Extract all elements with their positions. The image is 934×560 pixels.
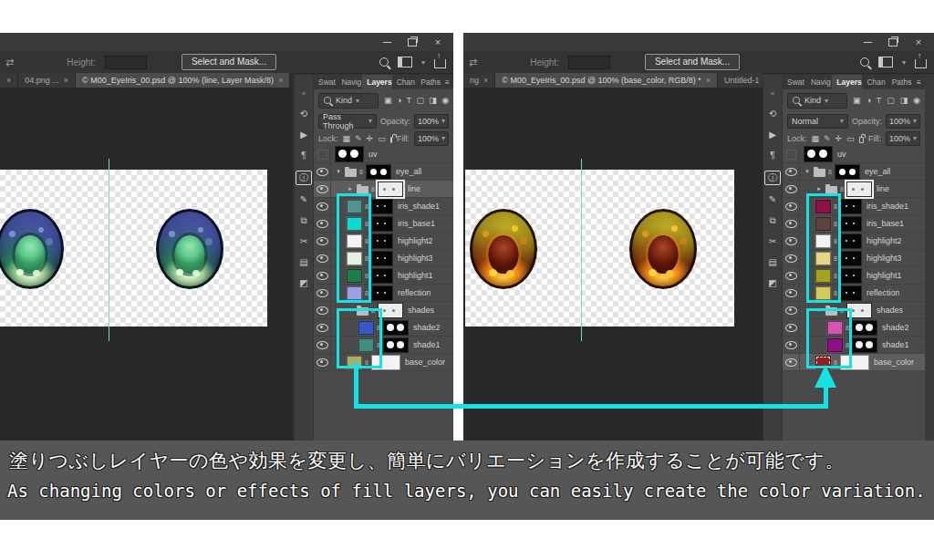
filter-type-icon[interactable]: T	[407, 96, 412, 105]
visibility-toggle[interactable]	[783, 250, 800, 266]
dock-clone-source-icon[interactable]: ⧉	[765, 214, 780, 227]
lock-transparency-icon[interactable]: ▦	[343, 134, 351, 143]
canvas-area[interactable]	[463, 88, 763, 441]
height-input[interactable]	[105, 56, 147, 69]
filter-kind-select[interactable]: Kind ▾	[318, 93, 379, 109]
visibility-toggle[interactable]	[783, 163, 800, 180]
tab-channels[interactable]: Chan	[862, 75, 887, 89]
layer-row-line[interactable]: ▸8line	[783, 181, 925, 198]
minimize-button[interactable]	[380, 36, 393, 48]
tab-swatches[interactable]: Swat	[783, 75, 806, 89]
share-icon[interactable]	[434, 59, 446, 68]
layer-row-shade1[interactable]: 8shade1	[783, 337, 925, 354]
tab-paths[interactable]: Paths	[887, 75, 913, 89]
filter-adjustment-icon[interactable]: ◑	[397, 96, 401, 105]
dock-brush-settings-icon[interactable]: ✎	[296, 193, 311, 206]
document-tab-untitled[interactable]: Untitled-1	[718, 73, 763, 88]
lock-position-icon[interactable]: ✛	[835, 134, 843, 143]
document-tab-active[interactable]: © M00_EyeIris_00.psd @ 100% (base_color,…	[495, 73, 718, 88]
title-bar[interactable]: ×	[0, 33, 453, 51]
layer-row-eye_all[interactable]: ▾8eye_all	[314, 163, 453, 181]
search-icon[interactable]	[860, 57, 869, 67]
visibility-toggle[interactable]	[783, 215, 800, 232]
layer-row-base_color[interactable]: 8base_color	[783, 354, 925, 371]
lock-artboard-icon[interactable]: ▭	[378, 134, 386, 143]
height-input[interactable]	[568, 56, 610, 69]
visibility-toggle[interactable]	[314, 302, 331, 318]
tab-close-icon[interactable]: ×	[483, 76, 488, 85]
tab-navigator[interactable]: Navig	[337, 75, 362, 89]
visibility-toggle[interactable]	[314, 319, 331, 336]
visibility-toggle[interactable]	[783, 337, 800, 353]
filter-adjustment-icon[interactable]: ◑	[866, 96, 870, 105]
dock-character-icon[interactable]: ¶	[296, 150, 311, 162]
visibility-toggle[interactable]	[783, 319, 800, 336]
filter-shape-icon[interactable]: ▢	[416, 96, 424, 105]
visibility-toggle[interactable]	[314, 198, 331, 214]
layer-row-reflection[interactable]: 8reflection	[314, 285, 453, 302]
search-icon[interactable]	[379, 57, 389, 67]
layer-row-shade2[interactable]: 8shade2	[783, 319, 925, 337]
chevron-right-icon[interactable]: ▸	[347, 185, 354, 192]
dock-actions-icon[interactable]: ▶	[296, 129, 311, 141]
layer-row-highlight2[interactable]: 8highlight2	[314, 233, 453, 250]
dock-character-icon[interactable]: ¶	[765, 150, 780, 162]
layer-row-iris_shade1[interactable]: 8iris_shade1	[783, 198, 925, 215]
tab-channels[interactable]: Chan	[392, 75, 417, 89]
opacity-value[interactable]: 100%▾	[414, 114, 449, 129]
lock-paint-icon[interactable]: ✎	[355, 134, 362, 143]
layer-row-shades[interactable]: ▾8shades	[314, 302, 453, 319]
visibility-toggle[interactable]	[783, 302, 800, 318]
visibility-toggle[interactable]	[314, 146, 331, 162]
layer-row-eye_all[interactable]: ▾8eye_all	[783, 163, 925, 181]
lock-paint-icon[interactable]: ✎	[824, 134, 831, 143]
close-button[interactable]: ×	[431, 36, 444, 48]
layer-row-iris_shade1[interactable]: 8iris_shade1	[314, 198, 453, 215]
restore-button[interactable]	[887, 36, 899, 48]
filter-pixel-icon[interactable]: ▣	[384, 96, 392, 105]
visibility-toggle[interactable]	[783, 285, 800, 301]
tab-paths[interactable]: Paths	[416, 75, 441, 89]
document-tab-stub[interactable]: ng×	[463, 73, 495, 88]
visibility-toggle[interactable]	[314, 285, 331, 301]
minimize-button[interactable]	[861, 36, 874, 48]
visibility-toggle[interactable]	[783, 354, 800, 370]
title-bar[interactable]: ×	[463, 33, 934, 51]
chevron-down-icon[interactable]: ▾	[335, 168, 342, 175]
document-tab-stub[interactable]: ×	[0, 73, 18, 88]
panel-menu-icon[interactable]: ≡	[441, 75, 453, 89]
tab-close-icon[interactable]: ×	[64, 76, 68, 85]
document-tab-04png[interactable]: 04.png ...×	[18, 73, 76, 88]
panel-menu-icon[interactable]: ≡	[913, 75, 925, 89]
tab-layers[interactable]: Layers	[362, 75, 391, 89]
layer-row-iris_base1[interactable]: 8iris_base1	[314, 215, 453, 233]
share-icon[interactable]	[915, 59, 927, 68]
dock-libraries-icon[interactable]: ▤	[765, 256, 780, 269]
tab-navigator[interactable]: Navig	[806, 75, 832, 89]
chevron-right-icon[interactable]: ▸	[815, 185, 823, 192]
visibility-toggle[interactable]	[314, 215, 331, 232]
select-and-mask-button[interactable]: Select and Mask...	[182, 54, 276, 70]
filter-pixel-icon[interactable]: ▣	[853, 96, 861, 105]
opacity-value[interactable]: 100%▾	[886, 114, 920, 129]
tab-close-icon[interactable]: ×	[706, 76, 711, 85]
filter-smartobject-icon[interactable]: ◨	[429, 96, 437, 105]
fill-value[interactable]: 100%▾	[414, 131, 449, 146]
lock-artboard-icon[interactable]: ▭	[846, 134, 855, 143]
workspace-layout-icon[interactable]	[398, 57, 412, 67]
dock-actions-icon[interactable]: ▶	[765, 129, 780, 141]
layer-row-shade2[interactable]: 8shade2	[314, 319, 453, 337]
fill-value[interactable]: 100%▾	[886, 131, 920, 146]
visibility-toggle[interactable]	[783, 198, 800, 214]
lock-all-icon[interactable]	[390, 137, 392, 143]
filter-latch-icon[interactable]: ◉	[441, 96, 449, 105]
tab-layers[interactable]: Layers	[832, 75, 862, 89]
filter-shape-icon[interactable]: ▢	[887, 96, 895, 105]
layer-row-shades[interactable]: ▾8shades	[783, 302, 925, 319]
dock-history-icon[interactable]: ⟲	[296, 108, 311, 120]
visibility-toggle[interactable]	[314, 267, 331, 284]
dock-tool-presets-icon[interactable]: ✂	[296, 235, 311, 248]
lock-transparency-icon[interactable]: ▦	[812, 134, 820, 143]
lock-all-icon[interactable]	[859, 137, 864, 143]
chevron-down-icon[interactable]: ▾	[804, 168, 811, 175]
